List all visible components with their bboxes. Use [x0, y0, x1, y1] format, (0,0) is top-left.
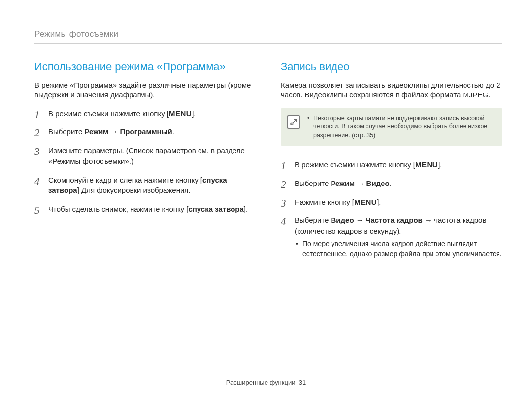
right-steps: В режиме съемки нажмите кнопку [MENU]. В… [281, 159, 502, 259]
left-step-1: В режиме съемки нажмите кнопку [MENU]. [34, 108, 256, 119]
content-columns: Использование режима «Программа» В режим… [34, 61, 502, 267]
right-column: Запись видео Камера позволяет записывать… [281, 61, 502, 267]
bold-text: Видео → Частота кадров [331, 216, 422, 224]
document-page: Режимы фотосъемки Использование режима «… [0, 0, 532, 401]
left-step-4: Скомпонуйте кадр и слегка нажмите кнопку… [34, 175, 256, 196]
step-text: Выберите [295, 179, 331, 187]
page-footer: Расширенные функции 31 [0, 379, 532, 386]
step-text: ]. [377, 198, 381, 206]
bold-text: спуска затвора [188, 205, 243, 213]
menu-label: MENU [169, 109, 192, 118]
left-step-3: Измените параметры. (Список параметров с… [34, 145, 256, 167]
note-box: Некоторые карты памяти не поддерживают з… [281, 108, 502, 146]
right-intro: Камера позволяет записывать видеоклипы д… [281, 80, 502, 100]
right-step-2: Выберите Режим → Видео. [281, 178, 502, 189]
step-text: В режиме съемки нажмите кнопку [ [295, 160, 415, 169]
left-step-2: Выберите Режим → Программный. [34, 126, 256, 137]
footer-page-number: 31 [299, 379, 306, 386]
menu-label: MENU [415, 160, 438, 169]
note-icon [287, 115, 300, 129]
step-text: . [390, 179, 392, 187]
step-text: ]. [244, 205, 248, 213]
section-breadcrumb: Режимы фотосъемки [34, 30, 502, 44]
step-text: Скомпонуйте кадр и слегка нажмите кнопку… [48, 176, 202, 184]
right-step-4: Выберите Видео → Частота кадров → частот… [281, 215, 502, 259]
left-intro: В режиме «Программа» задайте различные п… [34, 80, 256, 100]
right-step-3: Нажмите кнопку [MENU]. [281, 197, 502, 208]
step-text: Выберите [295, 216, 331, 224]
step-text: ] Для фокусировки изображения. [77, 186, 191, 194]
step-text: Чтобы сделать снимок, нажмите кнопку [ [48, 205, 188, 213]
step-text: . [172, 127, 174, 136]
step-text: В режиме съемки нажмите кнопку [ [48, 109, 169, 118]
left-steps: В режиме съемки нажмите кнопку [MENU]. В… [34, 108, 256, 215]
step-text: ]. [438, 160, 442, 169]
left-step-5: Чтобы сделать снимок, нажмите кнопку [сп… [34, 204, 256, 215]
bold-text: Режим → Программный [84, 127, 172, 136]
right-step-1: В режиме съемки нажмите кнопку [MENU]. [281, 159, 502, 170]
sublist: По мере увеличения числа кадров действие… [295, 239, 502, 259]
step-text: Выберите [48, 127, 84, 136]
menu-label: MENU [354, 198, 377, 206]
bold-text: Режим → Видео [331, 179, 389, 187]
right-title: Запись видео [281, 61, 502, 73]
footer-label: Расширенные функции [226, 379, 296, 386]
note-bullet: Некоторые карты памяти не поддерживают з… [307, 114, 496, 140]
step-text: Нажмите кнопку [ [295, 198, 354, 206]
step-text: ]. [192, 109, 196, 118]
left-column: Использование режима «Программа» В режим… [34, 61, 256, 267]
sublist-item: По мере увеличения числа кадров действие… [295, 239, 502, 259]
left-title: Использование режима «Программа» [34, 61, 256, 73]
note-text: Некоторые карты памяти не поддерживают з… [307, 114, 496, 140]
